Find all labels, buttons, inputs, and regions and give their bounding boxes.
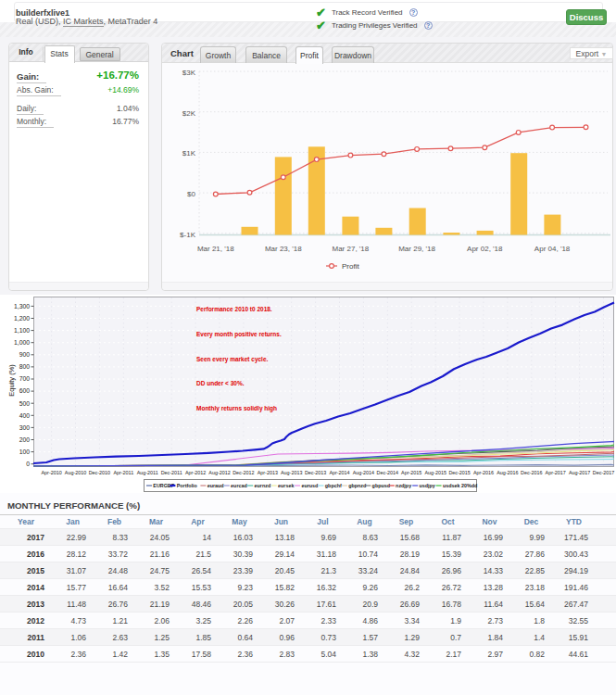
svg-text:Aug-2014: Aug-2014: [353, 470, 374, 475]
svg-text:euraud: euraud: [207, 483, 224, 488]
svg-text:Dec-2013: Dec-2013: [305, 470, 326, 475]
svg-text:$1K: $1K: [182, 149, 196, 158]
svg-text:1,200: 1,200: [14, 315, 30, 322]
svg-text:Aug-2011: Aug-2011: [137, 470, 158, 475]
svg-text:Performance 2010 t0 2018.: Performance 2010 t0 2018.: [196, 306, 272, 312]
svg-text:Aug-2016: Aug-2016: [497, 470, 518, 475]
svg-text:Dec-2017: Dec-2017: [593, 470, 614, 475]
svg-text:Seen every market cycle.: Seen every market cycle.: [196, 356, 269, 363]
svg-text:Dec-2010: Dec-2010: [89, 470, 110, 475]
svg-text:100: 100: [19, 449, 31, 455]
svg-text:Aug-2013: Aug-2013: [281, 470, 302, 475]
svg-text:eurnzd: eurnzd: [255, 483, 271, 488]
svg-text:Apr 02, '18: Apr 02, '18: [467, 245, 503, 253]
svg-text:Dec-2016: Dec-2016: [521, 470, 542, 475]
svg-text:900: 900: [19, 351, 31, 358]
svg-text:1,300: 1,300: [14, 303, 30, 310]
svg-text:DD under < 30%.: DD under < 30%.: [196, 380, 245, 386]
svg-text:600: 600: [19, 387, 31, 394]
svg-text:gbpusd: gbpusd: [372, 483, 390, 488]
svg-text:Monthly returns solidly high: Monthly returns solidly high: [196, 405, 277, 412]
svg-text:Every month positive returns.: Every month positive returns.: [196, 331, 282, 338]
svg-text:Aug-2010: Aug-2010: [65, 470, 86, 475]
svg-text:Apr-2015: Apr-2015: [401, 470, 421, 475]
svg-text:Equity (%): Equity (%): [7, 364, 16, 397]
svg-text:0: 0: [26, 461, 30, 467]
svg-text:Portfolio: Portfolio: [177, 483, 198, 488]
svg-text:Apr-2011: Apr-2011: [113, 470, 133, 475]
svg-text:usdjpy: usdjpy: [420, 483, 435, 488]
svg-text:Apr-2014: Apr-2014: [329, 470, 349, 475]
svg-text:Dec-2014: Dec-2014: [377, 470, 398, 475]
svg-text:Apr-2012: Apr-2012: [185, 470, 206, 475]
svg-text:800: 800: [19, 363, 31, 370]
svg-text:Dec-2015: Dec-2015: [448, 470, 470, 475]
svg-text:Apr-2016: Apr-2016: [473, 470, 494, 475]
svg-text:200: 200: [19, 436, 31, 443]
svg-text:eursek: eursek: [278, 483, 294, 488]
svg-text:Mar 29, '18: Mar 29, '18: [398, 245, 435, 253]
svg-text:gbpchf: gbpchf: [325, 483, 342, 488]
svg-text:Apr-2010: Apr-2010: [42, 470, 62, 475]
svg-text:Aug-2015: Aug-2015: [425, 470, 446, 475]
svg-text:Mar 23, '18: Mar 23, '18: [265, 245, 302, 253]
svg-text:$2K: $2K: [182, 109, 196, 118]
svg-text:Profit: Profit: [342, 262, 359, 271]
svg-text:700: 700: [19, 375, 31, 382]
svg-text:Aug-2012: Aug-2012: [208, 470, 230, 475]
svg-text:nzdjpy: nzdjpy: [396, 483, 411, 488]
svg-text:Dec-2012: Dec-2012: [233, 470, 254, 475]
svg-text:usdsek 20%dd: usdsek 20%dd: [443, 483, 477, 488]
svg-text:Mar 21, '18: Mar 21, '18: [197, 245, 234, 253]
svg-text:Dec-2011: Dec-2011: [161, 470, 182, 475]
svg-text:$0: $0: [187, 190, 195, 198]
svg-text:500: 500: [19, 400, 31, 407]
svg-text:Apr-2013: Apr-2013: [258, 470, 278, 475]
svg-text:1,100: 1,100: [14, 327, 30, 334]
svg-text:eurcad: eurcad: [231, 483, 247, 488]
svg-text:Apr 04, '18: Apr 04, '18: [534, 245, 571, 253]
svg-text:1,000: 1,000: [14, 339, 30, 346]
svg-text:eurusd: eurusd: [301, 483, 318, 488]
svg-text:Mar 27, '18: Mar 27, '18: [333, 245, 370, 253]
svg-text:gbpnzd: gbpnzd: [348, 483, 366, 488]
svg-text:$3K: $3K: [182, 69, 196, 77]
svg-text:300: 300: [19, 424, 31, 431]
svg-text:400: 400: [19, 412, 31, 419]
svg-text:Apr-2017: Apr-2017: [546, 470, 566, 475]
svg-text:Aug-2017: Aug-2017: [569, 470, 590, 475]
svg-text:$-1K: $-1K: [180, 231, 196, 239]
